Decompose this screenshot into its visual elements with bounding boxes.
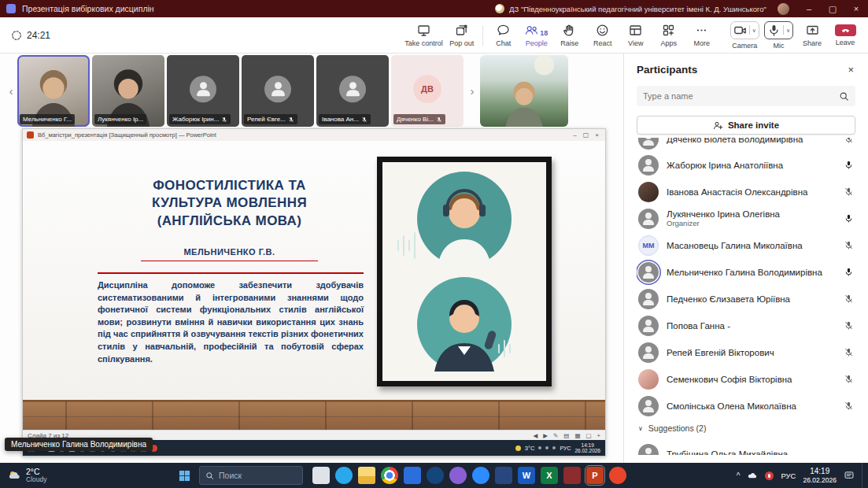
video-tile-zhaboriuk[interactable]: Жаборюк Ірин... [167,55,239,127]
share-button[interactable]: Share [796,19,829,52]
taskbar-weather-widget[interactable]: 2°C Cloudy [0,468,169,484]
start-button[interactable] [169,463,199,488]
participant-row[interactable]: Лукянченко Ірина Олегівна Organizer [637,205,855,232]
camera-button[interactable]: ∨ Camera [728,19,762,52]
taskbar-app-icon[interactable] [404,467,421,484]
people-button[interactable]: 18 People [520,19,553,52]
viber-icon[interactable] [449,467,467,484]
powerpoint-icon-active[interactable]: P [586,467,604,484]
camera-options-chevron-icon[interactable]: ∨ [752,28,756,33]
word-icon[interactable]: W [518,467,535,484]
avatar [638,316,659,336]
mic-icon [767,24,781,37]
video-tile-ivanova[interactable]: Іванова Ан... [316,55,389,127]
participant-row[interactable]: Попова Ганна - [637,312,855,339]
raise-hand-icon [563,24,576,37]
taskbar-app-icon[interactable] [312,467,330,484]
participant-row[interactable]: Педченко Єлизавета Юріївна [637,286,855,312]
suggestions-toggle[interactable]: ∨ Suggestions (2) [637,420,855,437]
chat-button[interactable]: Chat [487,19,520,52]
video-tile-lukianchenko[interactable]: Лукянченко Ір... [92,55,164,127]
filmstrip-scroll-left-icon[interactable]: ‹ [5,76,17,107]
search-input[interactable] [643,91,839,101]
taskbar-app-icon[interactable] [495,467,512,484]
participant-row[interactable]: Смолінська Олена Миколаївна [637,393,855,420]
raise-hand-button[interactable]: Raise [553,19,586,52]
participant-row[interactable]: Трубіцина Ольга Михайлівна [637,441,855,455]
file-explorer-icon[interactable] [358,467,375,484]
taskbar-app-icon[interactable] [427,467,444,484]
slide-wooden-floor [23,400,605,430]
video-tile-diachenko[interactable]: ДВ Дяченко Ві... [391,55,464,127]
mic-button[interactable]: ∨ Mic [762,19,796,52]
take-control-button[interactable]: Take control [402,19,445,52]
avatar [190,76,216,102]
apps-button[interactable]: Apps [652,19,685,52]
minimize-button[interactable]: – [797,0,821,17]
taskbar-search-input[interactable] [219,471,282,480]
telegram-icon[interactable] [335,467,353,484]
participant-row[interactable]: Семенкович Софія Вікторівна [637,366,855,393]
view-icon [629,24,642,37]
video-tile-repei[interactable]: Репей Євге... [242,55,314,127]
taskbar-app-icons: W X P [312,467,626,484]
close-button[interactable]: × [844,0,868,17]
mic-muted-icon [843,294,854,305]
mic-options-chevron-icon[interactable]: ∨ [786,28,790,33]
mic-muted-icon [843,401,854,412]
pop-out-button[interactable]: Pop out [445,19,478,52]
search-icon [205,471,214,480]
share-invite-button[interactable]: Share invite [637,116,855,135]
language-indicator[interactable]: РУС [781,471,796,480]
system-tray: ^ РУС 14:19 26.02.2026 [737,463,868,488]
react-button[interactable]: React [586,19,619,52]
taskbar-clock[interactable]: 14:19 26.02.2026 [803,467,837,484]
reading-view-icon: ▢ [586,432,592,439]
video-tile-spotlight[interactable] [480,55,568,127]
taskbar-app-icon[interactable] [563,467,581,484]
taskbar-search[interactable] [199,466,303,485]
zoom-icon[interactable] [472,467,489,484]
more-button[interactable]: More [685,19,718,52]
weather-desc: Cloudy [26,476,46,483]
participants-panel: Participants × Share invite Дяченко Віол… [623,54,868,463]
participant-row[interactable]: Жаборюк Ірина Анатоліївна [637,152,855,179]
participant-row[interactable]: Дяченко Віолета Володимирівна [637,138,855,152]
leave-button[interactable]: Leave [829,19,862,52]
tray-mic-icon[interactable] [765,471,774,480]
apps-icon [662,24,675,37]
avatar [638,155,659,176]
participant-list: Дяченко Віолета Володимирівна Жаборюк Ір… [637,138,855,463]
mic-muted-icon [288,116,294,123]
tile-name-label: Лукянченко Ір... [94,114,146,124]
excel-icon[interactable]: X [541,467,558,484]
meeting-title: Презентація вибіркових дисциплін [22,4,154,13]
video-tile-melnychenko[interactable]: Мельниченко Г... [17,55,90,127]
maximize-button[interactable]: ▢ [821,0,844,17]
university-logo-icon [495,4,504,13]
onedrive-cloud-icon[interactable] [747,470,758,481]
people-count-badge: 18 [540,30,548,37]
filmstrip-scroll-right-icon[interactable]: › [466,76,478,107]
participant-row[interactable]: Репей Евгеній Вікторович [637,339,855,366]
action-center-icon[interactable] [844,470,855,481]
powerpoint-window-controls: – ▢ × [573,131,601,139]
participant-row[interactable]: Іванова Анастасія Олександрівна [637,179,855,205]
view-button[interactable]: View [619,19,652,52]
slide-title: ФОНОСТИЛІСТИКА ТА КУЛЬТУРА МОВЛЕННЯ (АНГ… [98,177,361,230]
take-control-icon [417,24,430,37]
avatar [638,209,659,229]
participant-role: Organizer [667,219,835,227]
hidden-icons-caret[interactable]: ^ [737,471,741,480]
participant-row[interactable]: ММ Масановець Галина Миколаївна [637,232,855,259]
chrome-icon[interactable] [381,467,398,484]
participant-row-active-speaker[interactable]: Мельниченко Галина Володимирівна [637,259,855,286]
powerpoint-window: Вб_магістри_презентація [Защищенный прос… [22,128,606,457]
user-avatar[interactable] [778,3,789,15]
adobe-icon[interactable] [609,467,626,484]
show-desktop-button[interactable] [862,463,865,488]
avatar [339,76,366,102]
windows-taskbar: 2°C Cloudy W X P [0,463,868,488]
participant-search[interactable] [637,86,855,106]
panel-close-icon[interactable]: × [846,64,855,76]
